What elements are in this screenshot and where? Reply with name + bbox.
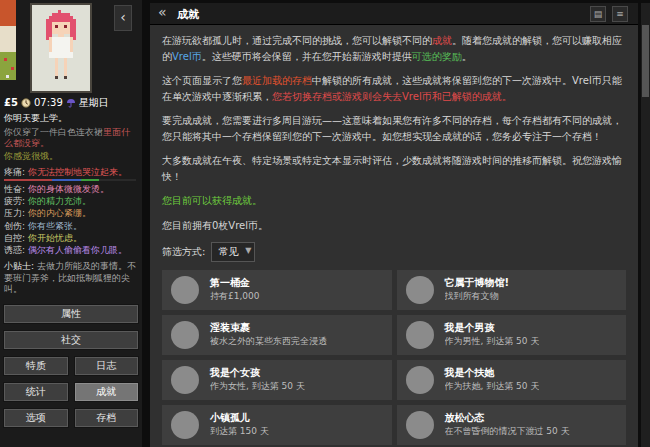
achievement-icon — [171, 321, 199, 349]
text-segment: 。这些硬币将会保留，并在您开始新游戏时提供 — [202, 51, 412, 62]
sidebar-item-feats[interactable]: 成就 — [74, 382, 140, 402]
save-highlight: 最近加载的存档 — [242, 75, 312, 86]
page-title: 成就 — [177, 7, 199, 22]
scrollbar-track[interactable] — [641, 3, 650, 447]
stat-value: 你有些紧张。 — [28, 221, 82, 231]
achievement-icon — [171, 276, 199, 304]
hunger-message: 你感觉很饿。 — [4, 151, 138, 162]
main-panel: « 成就 ▤ ≡ 在游玩欲都孤儿时，通过完成不同的挑战，您可以解锁不同的成就。随… — [150, 3, 638, 447]
achievement-card: 我是个男孩 作为男性, 到达第 50 天 — [397, 315, 627, 355]
time-value: 07:39 — [34, 97, 63, 110]
achievement-desc: 作为男性, 到达第 50 天 — [445, 335, 540, 349]
achievement-desc: 在不曾昏倒的情况下渡过 50 天 — [445, 425, 570, 439]
stat-value: 你的内心紧绷。 — [28, 208, 91, 218]
achievement-card: 我是个女孩 作为女性, 到达第 50 天 — [162, 360, 392, 400]
stat-value: 你的精力充沛。 — [28, 196, 91, 206]
sidebar-item-statistics[interactable]: 统计 — [3, 382, 69, 402]
main-header: « 成就 ▤ ≡ — [150, 3, 638, 25]
layout-toggle-button[interactable]: ▤ — [590, 6, 606, 22]
vrelcoin-count-line: 您目前拥有0枚Vrel币。 — [162, 218, 626, 234]
character-card — [30, 3, 92, 93]
stat-label: 疼痛: — [4, 167, 25, 177]
money-value: £5 — [4, 97, 18, 110]
achievement-desc: 作为女性, 到达第 50 天 — [210, 380, 305, 394]
stat-fatigue: 疲劳: 你的精力充沛。 — [4, 196, 138, 207]
tip-message: 小贴士: 去做力所能及的事情。不要班门弄斧，比如抵制狐狸的尖叫。 — [4, 261, 138, 295]
sidebar-item-traits[interactable]: 特质 — [3, 356, 69, 376]
sidebar-collapse-button[interactable]: ‹ — [114, 5, 132, 31]
achievement-card: 放松心态 在不曾昏倒的情况下渡过 50 天 — [397, 405, 627, 445]
achievement-desc: 持有£1,000 — [210, 290, 260, 304]
character-sprite — [37, 9, 85, 91]
stat-label: 压力: — [4, 208, 25, 218]
achievement-card: 小镇孤儿 到达第 150 天 — [162, 405, 392, 445]
filter-selected-value: 常见 — [218, 246, 238, 257]
sidebar-item-options[interactable]: 选项 — [3, 408, 69, 428]
character-scene: ‹ — [0, 0, 142, 96]
stat-arousal: 性奋: 你的身体微微发烫。 — [4, 184, 138, 195]
sidebar-item-attributes[interactable]: 属性 — [3, 304, 139, 324]
stat-label: 疲劳: — [4, 196, 25, 206]
stat-value: 你的身体微微发烫。 — [28, 184, 109, 194]
stat-allure: 诱惑: 偶尔有人偷偷看你几眼。 — [4, 245, 138, 256]
achievement-icon — [406, 276, 434, 304]
outfit-message: 你仅穿了一件白色连衣裙里面什么都没穿。 — [4, 127, 138, 150]
scene-background — [0, 0, 16, 96]
achievement-desc: 作为扶她, 到达第 50 天 — [445, 380, 540, 394]
eligible-line: 您目前可以获得成就。 — [162, 193, 626, 209]
achievement-icon — [171, 411, 199, 439]
intro-paragraph: 在游玩欲都孤儿时，通过完成不同的挑战，您可以解锁不同的成就。随着您成就的解锁，您… — [162, 33, 626, 64]
text-segment: 在游玩欲都孤儿时，通过完成不同的挑战，您可以解锁不同的 — [162, 35, 432, 46]
achievement-desc: 到达第 150 天 — [210, 425, 269, 439]
status-row: £5 07:39 星期日 — [4, 97, 138, 110]
back-icon[interactable]: « — [158, 4, 167, 20]
achievements-grid: 第一桶金 持有£1,000 它属于博物馆! 找到所有文物 淫装束裹 被水之外的某… — [162, 270, 626, 447]
menu-icon: ≡ — [616, 9, 624, 19]
school-message: 你明天要上学。 — [4, 113, 138, 124]
stat-control: 自控: 你开始忧虑。 — [4, 233, 138, 244]
stat-value: 偶尔有人偷偷看你几眼。 — [28, 245, 127, 255]
stat-pain: 疼痛: 你无法控制地哭泣起来。 — [4, 167, 138, 178]
boon-highlight: 可选的奖励 — [412, 51, 462, 62]
scrollbar-thumb[interactable] — [642, 25, 649, 97]
achievement-title: 它属于博物馆! — [445, 275, 510, 291]
warning-text: 您若切换存档或游戏则会失去Vrel币和已解锁的成就。 — [272, 91, 512, 102]
tip-label: 小贴士: — [4, 261, 34, 271]
pain-bar — [4, 179, 136, 181]
outfit-text: 你仅穿了一件白色连衣裙 — [4, 127, 103, 137]
achievement-icon — [406, 366, 434, 394]
scene-flowers — [4, 58, 7, 61]
collapse-icon: ‹ — [120, 9, 126, 25]
achievement-desc: 被水之外的某些东西完全浸透 — [210, 335, 327, 349]
sidebar-status: £5 07:39 星期日 你明天要上学。 你仅穿了一件白色连衣裙里面什么都没穿。… — [4, 97, 138, 295]
menu-button[interactable]: ≡ — [612, 6, 628, 22]
achievement-title: 淫装束裹 — [210, 320, 250, 336]
stat-label: 自控: — [4, 233, 25, 243]
achievement-card: 它属于博物馆! 找到所有文物 — [397, 270, 627, 310]
umbrella-icon — [66, 98, 76, 108]
achievement-icon — [171, 366, 199, 394]
stat-value: 你无法控制地哭泣起来。 — [28, 167, 127, 177]
achievement-card: 淫装束裹 被水之外的某些东西完全浸透 — [162, 315, 392, 355]
stat-label: 诱惑: — [4, 245, 25, 255]
achievement-title: 我是个女孩 — [210, 365, 260, 381]
vrelcoin-highlight: Vrel币 — [172, 51, 202, 62]
multiplay-paragraph: 要完成成就，您需要进行多周目游玩——这意味着如果您有许多不同的存档，每个存档都有… — [162, 113, 626, 144]
page: ‹ £5 07:39 星期日 你明天要上学。 你仅穿了一件白色连衣裙里面什么都没… — [0, 0, 650, 447]
filter-label: 筛选方式: — [162, 244, 205, 260]
unlock-paragraph: 大多数成就在午夜、特定场景或特定文本显示时评估，少数成就将随游戏时间的推移而解锁… — [162, 153, 626, 184]
filter-row: 筛选方式: 常见 ▼ — [162, 242, 626, 262]
feats-content: 在游玩欲都孤儿时，通过完成不同的挑战，您可以解锁不同的成就。随着您成就的解锁，您… — [150, 25, 638, 447]
save-paragraph: 这个页面显示了您最近加载的存档中解锁的所有成就，这些成就将保留到您的下一次游戏中… — [162, 73, 626, 104]
sidebar-item-journal[interactable]: 日志 — [74, 356, 140, 376]
achievement-title: 我是个扶她 — [445, 365, 495, 381]
sidebar-nav: 属性 社交 特质 日志 统计 成就 选项 存档 — [3, 304, 139, 434]
sidebar: ‹ £5 07:39 星期日 你明天要上学。 你仅穿了一件白色连衣裙里面什么都没… — [0, 0, 142, 447]
achievement-card: 第一桶金 持有£1,000 — [162, 270, 392, 310]
chevron-down-icon: ▼ — [245, 245, 251, 257]
filter-select[interactable]: 常见 ▼ — [211, 242, 255, 262]
stat-label: 性奋: — [4, 184, 25, 194]
achievement-title: 放松心态 — [445, 410, 485, 426]
sidebar-item-saves[interactable]: 存档 — [74, 408, 140, 428]
sidebar-item-social[interactable]: 社交 — [3, 330, 139, 350]
